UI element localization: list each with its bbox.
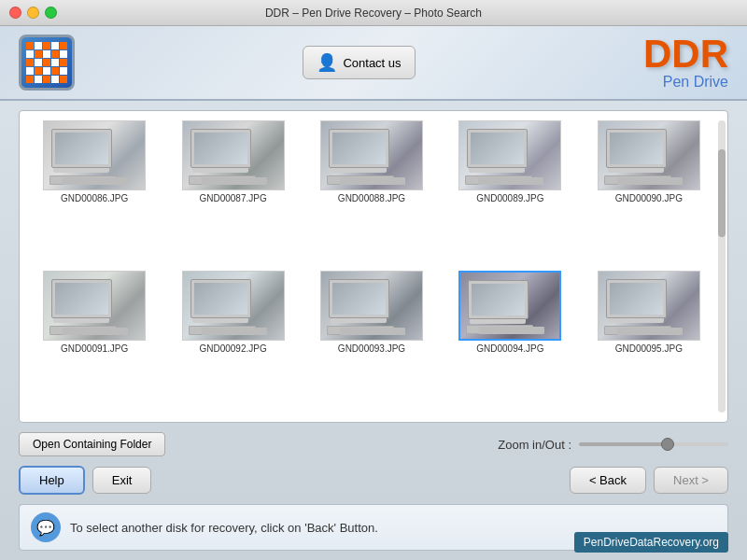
contact-icon: 👤 — [317, 52, 337, 73]
logo-cell — [51, 59, 59, 66]
logo-cell — [51, 50, 59, 58]
photo-label: GND00091.JPG — [61, 343, 128, 354]
logo-cell — [60, 67, 67, 75]
logo-cell — [60, 76, 67, 83]
logo-cell — [43, 50, 50, 58]
back-button[interactable]: < Back — [570, 467, 646, 494]
zoom-control: Zoom in/Out : — [498, 438, 728, 452]
photo-thumbnail — [598, 120, 700, 190]
help-button[interactable]: Help — [19, 466, 85, 495]
logo-cell — [35, 76, 42, 83]
button-row: Help Exit < Back Next > — [19, 466, 728, 495]
photo-item[interactable]: GND00086.JPG — [29, 120, 160, 263]
photo-label: GND00086.JPG — [61, 193, 128, 203]
zoom-slider[interactable] — [579, 442, 728, 446]
logo-cell — [26, 67, 34, 75]
logo-cell — [43, 59, 50, 66]
photo-thumbnail — [182, 120, 285, 190]
photo-label: GND00089.JPG — [476, 193, 543, 203]
photo-label: GND00094.JPG — [476, 343, 543, 354]
logo-cell — [35, 67, 42, 75]
window-controls — [9, 7, 57, 19]
logo-cell — [51, 42, 59, 49]
main-content: GND00086.JPGGND00087.JPGGND00088.JPGGND0… — [0, 101, 747, 560]
controls-row: Open Containing Folder Zoom in/Out : — [19, 432, 728, 456]
exit-button[interactable]: Exit — [92, 467, 152, 494]
logo-cell — [43, 67, 50, 75]
logo-cell — [35, 42, 42, 49]
photo-thumbnail — [458, 120, 561, 190]
photo-label: GND00095.JPG — [615, 343, 683, 354]
photo-label: GND00088.JPG — [338, 193, 405, 203]
photo-item[interactable]: GND00090.JPG — [584, 120, 714, 263]
photo-label: GND00092.JPG — [199, 343, 266, 354]
brand-sub: Pen Drive — [643, 74, 728, 91]
photo-item[interactable]: GND00087.JPG — [167, 120, 298, 263]
logo-cell — [43, 76, 50, 83]
photo-item[interactable]: GND00094.JPG — [444, 271, 575, 413]
logo-cell — [26, 59, 34, 66]
logo-cell — [60, 50, 67, 58]
photo-thumbnail — [43, 271, 146, 341]
logo-cell — [35, 59, 42, 66]
photo-item[interactable]: GND00095.JPG — [584, 271, 714, 413]
footer-brand: PenDriveDataRecovery.org — [574, 532, 728, 553]
photo-item[interactable]: GND00091.JPG — [29, 271, 160, 413]
photo-label: GND00093.JPG — [338, 343, 405, 354]
logo-cell — [60, 59, 67, 66]
logo-cell — [26, 76, 34, 83]
photo-thumbnail — [598, 271, 700, 341]
logo-cell — [26, 50, 34, 58]
open-folder-button[interactable]: Open Containing Folder — [19, 432, 165, 456]
logo-cell — [26, 42, 34, 49]
photo-thumbnail — [43, 120, 146, 190]
window-title: DDR – Pen Drive Recovery – Photo Search — [265, 7, 482, 20]
app-logo — [19, 35, 75, 91]
photo-item[interactable]: GND00089.JPG — [444, 120, 575, 263]
photo-item[interactable]: GND00088.JPG — [306, 120, 437, 263]
photo-item[interactable]: GND00092.JPG — [167, 271, 298, 413]
logo-grid — [26, 42, 67, 83]
minimize-button[interactable] — [27, 7, 39, 19]
contact-label: Contact us — [343, 56, 401, 70]
logo-cell — [51, 67, 59, 75]
photo-label: GND00087.JPG — [199, 193, 266, 203]
photo-thumbnail — [458, 271, 561, 341]
photo-thumbnail — [320, 271, 423, 341]
logo-cell — [35, 50, 42, 58]
photo-thumbnail — [182, 271, 285, 341]
contact-button[interactable]: 👤 Contact us — [303, 46, 415, 79]
photo-grid: GND00086.JPGGND00087.JPGGND00088.JPGGND0… — [29, 120, 718, 413]
titlebar: DDR – Pen Drive Recovery – Photo Search — [0, 0, 747, 26]
status-icon: 💬 — [31, 512, 61, 542]
logo-cell — [60, 42, 67, 49]
scrollbar[interactable] — [718, 120, 726, 413]
scrollbar-thumb[interactable] — [718, 149, 726, 237]
close-button[interactable] — [9, 7, 21, 19]
brand-area: DDR Pen Drive — [643, 35, 728, 91]
status-message: To select another disk for recovery, cli… — [70, 521, 378, 535]
zoom-label: Zoom in/Out : — [498, 438, 571, 452]
photo-label: GND00090.JPG — [615, 193, 683, 203]
photo-grid-container: GND00086.JPGGND00087.JPGGND00088.JPGGND0… — [19, 110, 728, 423]
header: 👤 Contact us DDR Pen Drive — [0, 26, 747, 101]
maximize-button[interactable] — [45, 7, 57, 19]
photo-item[interactable]: GND00093.JPG — [306, 271, 437, 413]
photo-thumbnail — [320, 120, 423, 190]
logo-cell — [43, 42, 50, 49]
logo-cell — [51, 76, 59, 83]
next-button[interactable]: Next > — [654, 467, 728, 494]
brand-ddr: DDR — [643, 35, 728, 74]
